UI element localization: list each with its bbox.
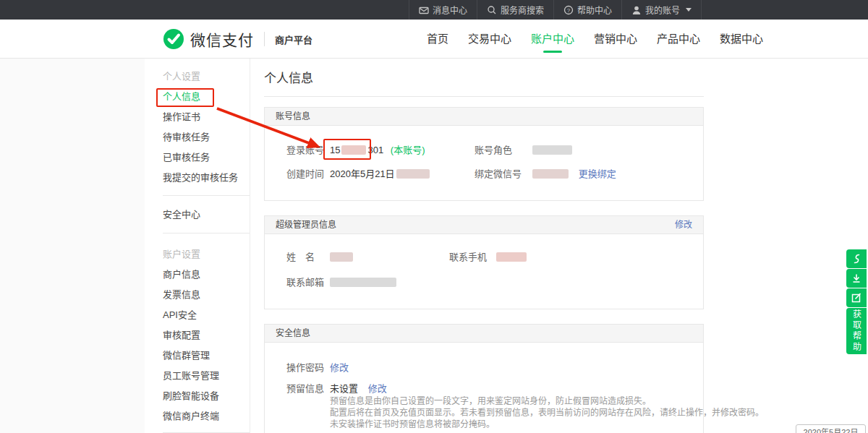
change-binding-link[interactable]: 更换绑定 bbox=[579, 168, 616, 179]
created-time-label: 创建时间 bbox=[286, 167, 330, 181]
sidebar-item-invoice-info[interactable]: 发票信息 bbox=[163, 285, 250, 305]
reserved-info-value: 未设置 bbox=[330, 383, 358, 394]
sidebar-item-reviewed-tasks[interactable]: 已审核任务 bbox=[163, 147, 250, 168]
title-divider bbox=[264, 96, 704, 97]
get-help-button[interactable]: 获取帮助 bbox=[846, 308, 867, 354]
download-button[interactable] bbox=[846, 269, 867, 288]
download-icon bbox=[851, 273, 862, 284]
page-title: 个人信息 bbox=[264, 68, 313, 86]
security-info-card: 安全信息 操作密码修改 预留信息未设置 修改 预留信息是由你自己设置的一段文字，… bbox=[264, 324, 704, 433]
sidebar-group-personal-settings: 个人设置 bbox=[163, 67, 250, 87]
topbar-item-label: 消息中心 bbox=[433, 4, 467, 16]
brand-name: 微信支付 bbox=[190, 28, 254, 50]
sidebar-item-operation-certificate[interactable]: 操作证书 bbox=[163, 107, 250, 127]
chevron-down-icon bbox=[686, 8, 692, 12]
redacted-block bbox=[496, 252, 527, 262]
edit-reserved-link[interactable]: 修改 bbox=[368, 383, 387, 394]
super-admin-card-header: 超级管理员信息 修改 bbox=[265, 216, 703, 234]
security-card-title: 安全信息 bbox=[276, 328, 310, 338]
link-icon bbox=[851, 253, 862, 265]
platform-name: 商户平台 bbox=[275, 33, 312, 46]
left-gutter bbox=[0, 59, 145, 433]
nav-tab-home[interactable]: 首页 bbox=[427, 20, 448, 59]
topbar: 消息中心 服务商搜索 ? 帮助中心 我的账号 bbox=[0, 0, 868, 20]
admin-phone-label: 联系手机 bbox=[449, 250, 496, 265]
main-nav: 首页 交易中心 账户中心 营销中心 产品中心 数据中心 bbox=[427, 20, 763, 59]
sidebar-item-wechat-merchant-terminal[interactable]: 微信商户终端 bbox=[163, 406, 250, 426]
nav-tab-products[interactable]: 产品中心 bbox=[657, 20, 700, 59]
sidebar-divider bbox=[163, 233, 250, 233]
brand-divider bbox=[264, 32, 265, 46]
topbar-items: 消息中心 服务商搜索 ? 帮助中心 我的账号 bbox=[409, 0, 702, 20]
date-tooltip: 2020年5月22日 bbox=[796, 424, 866, 433]
sidebar-item-staff-account-mgmt[interactable]: 员工账号管理 bbox=[163, 366, 250, 386]
description-line: 预留信息是由你自己设置的一段文字，用来鉴定网站身份，防止假冒网站造成损失。 bbox=[330, 395, 764, 407]
sidebar-item-pending-review-tasks[interactable]: 待审核任务 bbox=[163, 127, 250, 147]
admin-email-row: 联系邮箱 bbox=[286, 275, 396, 290]
svg-text:?: ? bbox=[567, 7, 571, 14]
help-icon: ? bbox=[563, 5, 574, 15]
account-role-label: 账号角色 bbox=[475, 143, 532, 158]
reserved-info-row: 预留信息未设置 修改 bbox=[286, 382, 387, 396]
topbar-item-provider-search[interactable]: 服务商搜索 bbox=[477, 0, 553, 20]
bound-wechat-label: 绑定微信号 bbox=[475, 167, 532, 181]
nav-tab-marketing[interactable]: 营销中心 bbox=[594, 20, 637, 59]
sidebar-item-review-config[interactable]: 审核配置 bbox=[163, 325, 250, 346]
mail-icon bbox=[419, 5, 429, 15]
reserved-info-label: 预留信息 bbox=[286, 382, 330, 396]
sidebar-item-face-smart-device[interactable]: 刷脸智能设备 bbox=[163, 386, 250, 406]
super-admin-card-title: 超级管理员信息 bbox=[276, 220, 336, 230]
redacted-block bbox=[330, 252, 353, 262]
super-admin-card: 超级管理员信息 修改 姓 名 联系手机 联系邮箱 bbox=[264, 215, 704, 309]
sidebar-item-security-center[interactable]: 安全中心 bbox=[163, 205, 250, 225]
topbar-item-my-account[interactable]: 我的账号 bbox=[621, 0, 702, 20]
quick-link-button[interactable] bbox=[846, 249, 867, 268]
current-account-tag: (本账号) bbox=[391, 145, 425, 155]
account-card-header: 账号信息 bbox=[265, 108, 703, 126]
edit-admin-link[interactable]: 修改 bbox=[675, 216, 692, 234]
topbar-item-label: 服务商搜索 bbox=[501, 4, 544, 16]
topbar-item-messages[interactable]: 消息中心 bbox=[409, 0, 477, 20]
edit-password-link[interactable]: 修改 bbox=[330, 362, 349, 373]
reserved-info-description: 预留信息是由你自己设置的一段文字，用来鉴定网站身份，防止假冒网站造成损失。 配置… bbox=[330, 395, 764, 430]
nav-tab-account-center[interactable]: 账户中心 bbox=[531, 20, 574, 59]
user-icon bbox=[631, 5, 642, 15]
sidebar-item-my-submitted-tasks[interactable]: 我提交的审核任务 bbox=[163, 168, 250, 188]
sidebar-group-account-settings: 账户设置 bbox=[163, 244, 250, 265]
header: 微信支付 商户平台 首页 交易中心 账户中心 营销中心 产品中心 数据中心 bbox=[0, 20, 868, 59]
page-body: 个人设置 个人信息 操作证书 待审核任务 已审核任务 我提交的审核任务 安全中心… bbox=[0, 59, 868, 433]
redacted-block bbox=[396, 169, 430, 179]
topbar-item-help-center[interactable]: ? 帮助中心 bbox=[553, 0, 621, 20]
operation-password-row: 操作密码修改 bbox=[286, 361, 349, 375]
sidebar-item-merchant-info[interactable]: 商户信息 bbox=[163, 265, 250, 285]
get-help-label: 获取帮助 bbox=[851, 309, 863, 353]
redacted-block bbox=[330, 278, 396, 287]
topbar-item-label: 帮助中心 bbox=[577, 4, 612, 16]
sidebar: 个人设置 个人信息 操作证书 待审核任务 已审核任务 我提交的审核任务 安全中心… bbox=[145, 59, 250, 433]
created-time-row: 创建时间2020年5月21日 bbox=[286, 167, 430, 181]
sidebar-divider bbox=[163, 195, 250, 196]
brand: 微信支付 商户平台 bbox=[163, 20, 312, 59]
admin-name-row: 姓 名 bbox=[286, 250, 353, 265]
account-info-card: 账号信息 登录账号15301 (本账号) 账号角色 创建时间2020年5月21日… bbox=[264, 107, 704, 201]
operation-password-label: 操作密码 bbox=[286, 361, 330, 375]
redacted-block bbox=[532, 145, 572, 155]
feedback-button[interactable] bbox=[846, 288, 867, 307]
topbar-item-label: 我的账号 bbox=[645, 4, 680, 16]
sidebar-item-api-security[interactable]: API安全 bbox=[163, 305, 250, 325]
nav-tab-data-center[interactable]: 数据中心 bbox=[720, 20, 763, 59]
wechat-pay-logo bbox=[163, 28, 184, 50]
floating-help-bar: 获取帮助 bbox=[846, 249, 867, 354]
redacted-block bbox=[532, 169, 569, 179]
sidebar-item-wechat-group-mgmt[interactable]: 微信群管理 bbox=[163, 346, 250, 366]
nav-tab-transactions[interactable]: 交易中心 bbox=[468, 20, 511, 59]
account-role-row: 账号角色 bbox=[475, 143, 572, 158]
main-content: 个人信息 账号信息 登录账号15301 (本账号) 账号角色 创建时间2020年… bbox=[264, 59, 704, 433]
security-card-header: 安全信息 bbox=[265, 325, 703, 343]
search-icon bbox=[487, 5, 497, 15]
admin-phone-row: 联系手机 bbox=[449, 250, 527, 265]
sidebar-item-personal-info[interactable]: 个人信息 bbox=[163, 87, 250, 107]
account-card-title: 账号信息 bbox=[276, 111, 310, 121]
admin-email-label: 联系邮箱 bbox=[286, 275, 330, 290]
created-time-value: 2020年5月21日 bbox=[330, 168, 395, 179]
